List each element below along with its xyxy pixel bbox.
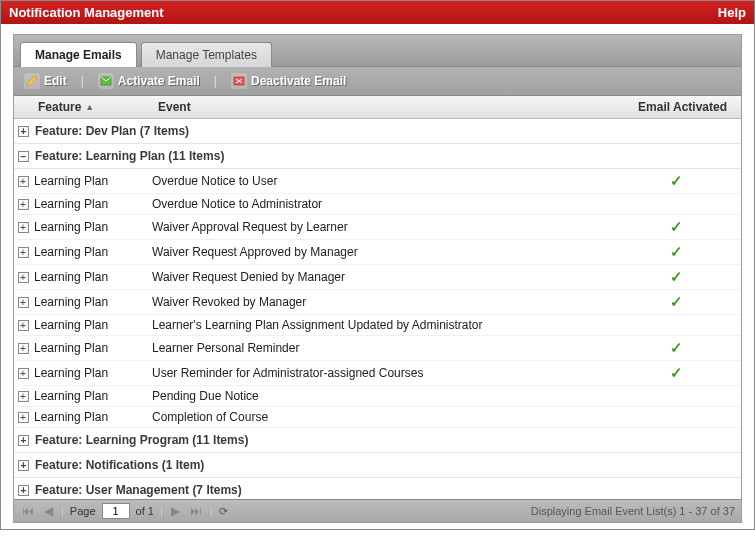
table-row[interactable]: +Learning PlanOverdue Notice to User✓: [14, 169, 741, 194]
cell-activated: ✓: [611, 364, 741, 382]
panel: Manage Emails Manage Templates Edit | Ac…: [13, 34, 742, 523]
cell-event: Pending Due Notice: [152, 389, 611, 403]
col-feature[interactable]: Feature ▲: [32, 96, 152, 118]
group-learning-program[interactable]: + Feature: Learning Program (11 Items): [14, 428, 741, 453]
activate-email-button[interactable]: Activate Email: [94, 71, 204, 91]
col-activated[interactable]: Email Activated: [611, 96, 741, 118]
expand-icon[interactable]: +: [18, 126, 29, 137]
collapse-icon[interactable]: −: [18, 151, 29, 162]
cell-feature: Learning Plan: [32, 197, 152, 211]
tab-manage-templates[interactable]: Manage Templates: [141, 42, 272, 67]
cell-event: Overdue Notice to User: [152, 174, 611, 188]
table-row[interactable]: +Learning PlanCompletion of Course: [14, 407, 741, 428]
cell-activated: ✓: [611, 268, 741, 286]
sort-asc-icon: ▲: [85, 102, 94, 112]
help-link[interactable]: Help: [718, 5, 746, 20]
prev-page-button[interactable]: ◀: [42, 504, 55, 518]
last-page-button[interactable]: ⏭: [188, 504, 204, 518]
expand-icon[interactable]: +: [18, 368, 29, 379]
group-label: Feature: User Management (7 Items): [35, 483, 242, 497]
cell-event: Overdue Notice to Administrator: [152, 197, 611, 211]
expand-icon[interactable]: +: [18, 199, 29, 210]
cell-event: Waiver Request Approved by Manager: [152, 245, 611, 259]
cell-feature: Learning Plan: [32, 341, 152, 355]
expand-icon[interactable]: +: [18, 435, 29, 446]
window: Notification Management Help Manage Emai…: [0, 0, 755, 530]
cell-event: Completion of Course: [152, 410, 611, 424]
group-learning-plan[interactable]: − Feature: Learning Plan (11 Items): [14, 144, 741, 169]
group-label: Feature: Learning Program (11 Items): [35, 433, 248, 447]
cell-activated: ✓: [611, 293, 741, 311]
next-page-button[interactable]: ▶: [169, 504, 182, 518]
check-icon: ✓: [670, 339, 683, 356]
expand-icon[interactable]: +: [18, 272, 29, 283]
body: Manage Emails Manage Templates Edit | Ac…: [1, 24, 754, 529]
cell-event: Waiver Request Denied by Manager: [152, 270, 611, 284]
table-row[interactable]: +Learning PlanLearner's Learning Plan As…: [14, 315, 741, 336]
cell-activated: ✓: [611, 172, 741, 190]
expand-icon[interactable]: +: [18, 222, 29, 233]
separator: |: [210, 505, 213, 517]
group-user-management[interactable]: + Feature: User Management (7 Items): [14, 478, 741, 499]
check-icon: ✓: [670, 172, 683, 189]
col-feature-label: Feature: [38, 100, 81, 114]
pager: ⏮ ◀ | Page of 1 | ▶ ⏭ | ⟳ Displaying Ema…: [14, 499, 741, 522]
table-row[interactable]: +Learning PlanWaiver Request Approved by…: [14, 240, 741, 265]
table-row[interactable]: +Learning PlanOverdue Notice to Administ…: [14, 194, 741, 215]
separator: |: [210, 74, 221, 88]
separator: |: [160, 505, 163, 517]
expand-icon[interactable]: +: [18, 320, 29, 331]
cell-activated: ✓: [611, 243, 741, 261]
pencil-icon: [24, 73, 40, 89]
page-of: of 1: [136, 505, 154, 517]
table-row[interactable]: +Learning PlanWaiver Request Denied by M…: [14, 265, 741, 290]
group-notifications[interactable]: + Feature: Notifications (1 Item): [14, 453, 741, 478]
cell-event: Learner Personal Reminder: [152, 341, 611, 355]
grid-header: Feature ▲ Event Email Activated: [14, 96, 741, 119]
deactivate-email-button[interactable]: Deactivate Email: [227, 71, 350, 91]
check-icon: ✓: [670, 268, 683, 285]
cell-event: Learner's Learning Plan Assignment Updat…: [152, 318, 611, 332]
table-row[interactable]: +Learning PlanLearner Personal Reminder✓: [14, 336, 741, 361]
page-label: Page: [70, 505, 96, 517]
table-row[interactable]: +Learning PlanUser Reminder for Administ…: [14, 361, 741, 386]
titlebar: Notification Management Help: [1, 1, 754, 24]
expand-icon[interactable]: +: [18, 176, 29, 187]
cell-activated: ✓: [611, 339, 741, 357]
toolbar: Edit | Activate Email | Deactivate Email: [14, 67, 741, 96]
cell-activated: ✓: [611, 218, 741, 236]
first-page-button[interactable]: ⏮: [20, 504, 36, 518]
cell-feature: Learning Plan: [32, 220, 152, 234]
page-title: Notification Management: [9, 5, 164, 20]
check-icon: ✓: [670, 218, 683, 235]
edit-button[interactable]: Edit: [20, 71, 71, 91]
edit-label: Edit: [44, 74, 67, 88]
check-icon: ✓: [670, 293, 683, 310]
expand-icon[interactable]: +: [18, 460, 29, 471]
table-row[interactable]: +Learning PlanWaiver Revoked by Manager✓: [14, 290, 741, 315]
expand-icon[interactable]: +: [18, 247, 29, 258]
cell-event: User Reminder for Administrator-assigned…: [152, 366, 611, 380]
expand-icon[interactable]: +: [18, 343, 29, 354]
expand-icon[interactable]: +: [18, 485, 29, 496]
col-event[interactable]: Event: [152, 96, 611, 118]
refresh-button[interactable]: ⟳: [219, 505, 228, 518]
page-input[interactable]: [102, 503, 130, 519]
group-label: Feature: Learning Plan (11 Items): [35, 149, 224, 163]
table-row[interactable]: +Learning PlanPending Due Notice: [14, 386, 741, 407]
table-row[interactable]: +Learning PlanWaiver Approval Request by…: [14, 215, 741, 240]
tabstrip: Manage Emails Manage Templates: [14, 35, 741, 67]
expand-icon[interactable]: +: [18, 412, 29, 423]
cell-feature: Learning Plan: [32, 295, 152, 309]
separator: |: [77, 74, 88, 88]
grid-body: + Feature: Dev Plan (7 Items) − Feature:…: [14, 119, 741, 499]
tab-manage-emails[interactable]: Manage Emails: [20, 42, 137, 67]
activate-icon: [98, 73, 114, 89]
cell-event: Waiver Revoked by Manager: [152, 295, 611, 309]
cell-feature: Learning Plan: [32, 366, 152, 380]
cell-feature: Learning Plan: [32, 389, 152, 403]
expand-icon[interactable]: +: [18, 391, 29, 402]
group-dev-plan[interactable]: + Feature: Dev Plan (7 Items): [14, 119, 741, 144]
col-expand: [14, 96, 32, 118]
expand-icon[interactable]: +: [18, 297, 29, 308]
